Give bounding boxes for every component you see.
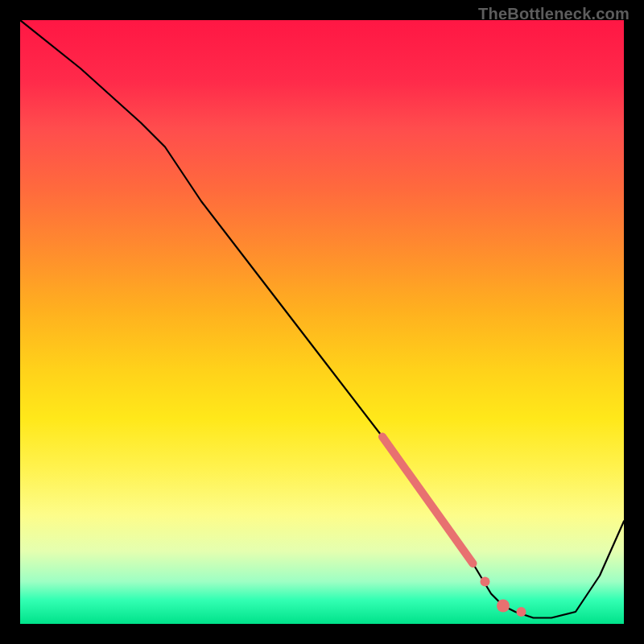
chart-svg: [20, 20, 624, 624]
main-curve: [20, 20, 624, 618]
watermark-text: TheBottleneck.com: [478, 5, 630, 23]
marker-layer: [382, 437, 526, 617]
pt2: [497, 600, 510, 613]
curve-layer: [20, 20, 624, 618]
chart-plot-area: [20, 20, 624, 624]
pt3: [517, 607, 526, 617]
chart-stage: TheBottleneck.com: [0, 0, 644, 644]
highlight-segment: [382, 437, 473, 564]
pt1: [481, 577, 490, 587]
